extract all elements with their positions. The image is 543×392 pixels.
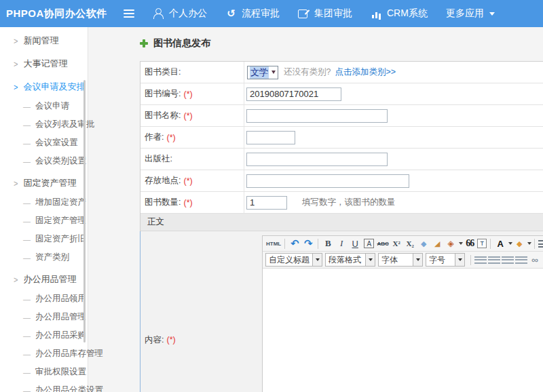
nav-item-flow[interactable]: ↺流程审批 — [225, 7, 280, 20]
dash-icon: — — [23, 350, 31, 358]
sidebar-item-label: 办公用品管理 — [23, 273, 76, 286]
add-category-link[interactable]: 点击添加类别>> — [335, 66, 396, 78]
sidebar-item[interactable]: —会议列表及审批 — [0, 115, 88, 134]
required-marker: (*) — [183, 90, 192, 99]
form-row-publisher: 出版社: — [141, 149, 543, 170]
dash-icon: — — [23, 313, 31, 321]
align-left-icon[interactable] — [474, 256, 487, 264]
sidebar-item-label: 会议室设置 — [35, 137, 78, 149]
link-icon[interactable]: ∞ — [529, 254, 541, 266]
dash-icon: — — [23, 157, 31, 165]
sidebar-group[interactable]: >新闻管理 — [0, 31, 88, 51]
html-source-icon[interactable]: HTML — [266, 237, 281, 250]
quantity-input[interactable] — [246, 196, 287, 210]
sidebar-item[interactable]: —会议申请 — [0, 97, 88, 115]
required-marker: (*) — [183, 198, 192, 208]
form-row-location: 存放地点: (*) — [141, 170, 543, 192]
location-input[interactable] — [246, 174, 409, 188]
sidebar-group[interactable]: >固定资产管理 — [0, 173, 88, 193]
chevron-right-icon: > — [14, 36, 18, 45]
publisher-input[interactable] — [246, 153, 388, 166]
field-label: 存放地点: — [145, 175, 181, 187]
custom-title-dropdown[interactable]: 自定义标题 — [265, 253, 322, 267]
format-clear-icon[interactable]: ◢ — [431, 237, 443, 250]
category-select[interactable]: 文学 — [247, 66, 278, 79]
sidebar-item[interactable]: —固定资产折旧 — [0, 230, 88, 248]
required-marker: (*) — [183, 111, 192, 121]
dropdown-caret-icon[interactable] — [413, 254, 422, 266]
align-right-icon[interactable] — [502, 256, 514, 264]
sidebar-item[interactable]: —办公用品库存管理 — [0, 345, 88, 363]
field-label: 图书编号: — [145, 88, 181, 100]
superscript-icon[interactable]: X² — [390, 237, 402, 250]
font-color-icon[interactable]: A — [494, 237, 506, 250]
sidebar-item-label: 增加固定资产 — [35, 197, 86, 208]
italic-icon[interactable]: I — [335, 237, 348, 250]
blockquote-icon[interactable]: 66 — [464, 237, 476, 250]
nav-label: 流程审批 — [242, 7, 280, 20]
undo-icon[interactable]: ↶ — [288, 237, 301, 250]
format-painter-icon[interactable]: ◈ — [445, 237, 457, 250]
nav-item-caret-down[interactable]: 更多应用 — [446, 7, 495, 20]
dropdown-caret-icon[interactable] — [459, 242, 463, 245]
nav-item-edit[interactable]: 集团审批 — [298, 7, 352, 20]
sidebar-item[interactable]: —增加固定资产 — [0, 193, 88, 212]
underline-icon[interactable]: U — [349, 237, 361, 250]
form-section-header: 正文 — [141, 214, 543, 231]
form-row-category: 图书类目: 文学 还没有类别? 点击添加类别>> — [141, 62, 543, 83]
top-nav: 个人办公↺流程审批集团审批CRM系统更多应用 — [134, 7, 495, 20]
eraser-icon[interactable]: ◆ — [417, 237, 430, 250]
sidebar-group[interactable]: >会议申请及安排 — [0, 77, 88, 97]
nav-item-user[interactable]: 个人办公 — [153, 7, 207, 20]
align-center-icon[interactable] — [488, 256, 500, 264]
dropdown-label: 自定义标题 — [266, 254, 312, 266]
paragraph-format-dropdown[interactable]: 段落格式 — [325, 253, 375, 267]
sidebar-item-label: 会议申请及安排 — [23, 81, 85, 93]
dropdown-caret-icon[interactable] — [365, 254, 375, 266]
sidebar-item[interactable]: —固定资产管理 — [0, 212, 88, 230]
subscript-icon[interactable]: X₂ — [404, 237, 416, 250]
nav-label: 集团审批 — [314, 7, 352, 20]
nav-label: 个人办公 — [169, 7, 207, 20]
sidebar-item-label: 大事记管理 — [23, 58, 67, 70]
sidebar-item-label: 办公用品库存管理 — [35, 348, 103, 359]
dropdown-caret-icon[interactable] — [527, 242, 531, 245]
sidebar-item[interactable]: —会议类别设置 — [0, 152, 88, 170]
sidebar-item[interactable]: —审批权限设置 — [0, 363, 88, 381]
paste-text-icon[interactable]: T — [477, 239, 487, 248]
nav-item-chart[interactable]: CRM系统 — [371, 7, 428, 20]
dropdown-caret-icon[interactable] — [508, 242, 512, 245]
sidebar-item[interactable]: —办公用品分类设置 — [0, 381, 88, 392]
hamburger-menu-icon[interactable] — [124, 9, 134, 18]
dash-icon: — — [23, 235, 31, 243]
topbar: PHPOA协同办公软件 个人办公↺流程审批集团审批CRM系统更多应用 — [0, 0, 543, 27]
editor-content-area[interactable] — [263, 269, 543, 392]
author-input[interactable] — [246, 131, 295, 144]
sidebar-item[interactable]: —办公用品管理 — [0, 308, 88, 326]
redo-icon[interactable]: ↷ — [302, 237, 314, 250]
font-family-dropdown[interactable]: 字体 — [378, 253, 423, 267]
sidebar-item-label: 固定资产管理 — [35, 215, 86, 227]
book-code-input[interactable] — [246, 87, 341, 101]
sidebar-item[interactable]: —办公用品领用 — [0, 290, 88, 308]
bold-icon[interactable]: B — [322, 237, 334, 250]
sidebar-group[interactable]: >办公用品管理 — [0, 269, 88, 290]
sidebar-item[interactable]: —会议室设置 — [0, 134, 88, 152]
align-justify-icon[interactable] — [515, 256, 527, 264]
autotypeset-icon[interactable]: A — [364, 239, 374, 248]
dropdown-caret-icon[interactable] — [312, 254, 322, 266]
sidebar-item[interactable]: —办公用品采购 — [0, 326, 88, 345]
dropdown-caret-icon[interactable] — [455, 254, 464, 266]
dropdown-label: 段落格式 — [326, 254, 365, 266]
dash-icon: — — [23, 199, 31, 207]
field-label: 图书类目: — [145, 66, 181, 78]
font-size-dropdown[interactable]: 字号 — [426, 253, 465, 267]
book-name-input[interactable] — [246, 109, 388, 123]
sidebar-scrollbar[interactable] — [83, 80, 86, 342]
sidebar-group[interactable]: >大事记管理 — [0, 54, 88, 74]
sidebar-item[interactable]: —资产类别 — [0, 248, 88, 267]
user-icon — [153, 8, 164, 19]
highlight-color-icon[interactable]: ◆ — [513, 237, 525, 250]
ordered-list-icon[interactable] — [538, 240, 543, 248]
strikethrough-icon[interactable]: ABC — [377, 237, 389, 250]
